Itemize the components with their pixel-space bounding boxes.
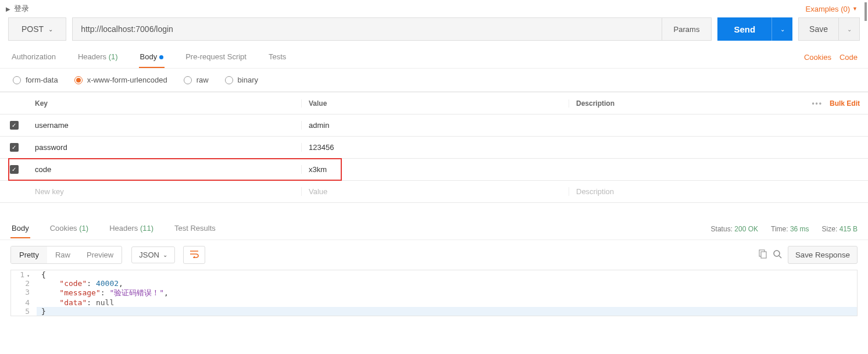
value-cell[interactable]: 123456 — [301, 143, 569, 152]
table-row: ✓ password 123456 — [0, 137, 868, 159]
collapse-icon: ▶ — [6, 6, 10, 12]
radio-icon — [13, 76, 21, 84]
copy-icon[interactable] — [758, 249, 767, 261]
save-dropdown[interactable]: ⌄ — [839, 17, 860, 41]
request-title: 登录 — [14, 3, 29, 14]
resp-tab-testresults[interactable]: Test Results — [173, 219, 217, 238]
key-cell[interactable]: code — [28, 165, 301, 174]
checkbox[interactable]: ✓ — [10, 143, 19, 152]
tab-prerequest[interactable]: Pre-request Script — [184, 47, 248, 68]
tab-tests[interactable]: Tests — [267, 47, 287, 68]
time-label: Time: 36 ms — [771, 225, 809, 233]
status-label: Status: 200 OK — [711, 225, 758, 233]
radio-icon — [184, 76, 192, 84]
value-cell[interactable]: x3km — [301, 165, 569, 174]
table-row: ✓ code x3km — [0, 159, 868, 181]
col-value: Value — [301, 99, 569, 108]
radio-icon — [74, 76, 83, 84]
col-description: Description — [569, 99, 798, 108]
radio-icon — [225, 76, 233, 84]
value-cell[interactable]: admin — [301, 121, 569, 130]
chevron-down-icon: ⌄ — [48, 26, 53, 33]
response-body-editor[interactable]: 1{ 2 "code": 40002, 3 "message": "验证码错误！… — [10, 270, 858, 316]
url-input[interactable]: http://localhost:7006/login — [72, 17, 662, 41]
tab-authorization[interactable]: Authorization — [10, 47, 57, 68]
checkbox[interactable]: ✓ — [10, 121, 19, 130]
view-pretty[interactable]: Pretty — [11, 246, 47, 263]
svg-line-3 — [779, 256, 781, 258]
chevron-down-icon: ⌄ — [163, 252, 167, 258]
resp-tab-cookies[interactable]: Cookies (1) — [49, 219, 90, 238]
tab-headers[interactable]: Headers (1) — [77, 47, 119, 68]
svg-point-2 — [774, 251, 780, 256]
bulk-edit-link[interactable]: Bulk Edit — [830, 99, 860, 108]
radio-binary[interactable]: binary — [225, 76, 258, 84]
resp-tab-body[interactable]: Body — [10, 219, 30, 238]
size-label: Size: 415 B — [822, 225, 858, 233]
resp-tab-headers[interactable]: Headers (11) — [108, 219, 155, 238]
checkbox[interactable]: ✓ — [10, 165, 19, 174]
request-name[interactable]: ▶ 登录 — [6, 3, 29, 14]
radio-urlencoded[interactable]: x-www-form-urlencoded — [74, 76, 167, 84]
save-response-button[interactable]: Save Response — [788, 246, 858, 264]
wrap-button[interactable] — [183, 246, 205, 264]
value-input[interactable]: Value — [301, 187, 569, 196]
desc-input[interactable]: Description — [569, 187, 798, 196]
view-raw[interactable]: Raw — [47, 246, 78, 263]
table-row-new: New key Value Description — [0, 181, 868, 203]
svg-rect-1 — [761, 252, 766, 258]
send-button[interactable]: Send — [717, 17, 771, 41]
method-select[interactable]: POST ⌄ — [8, 17, 66, 41]
radio-form-data[interactable]: form-data — [13, 76, 58, 84]
send-dropdown[interactable]: ⌄ — [771, 17, 792, 41]
chevron-down-icon: ⌄ — [780, 26, 785, 33]
search-icon[interactable] — [773, 249, 782, 261]
key-cell[interactable]: username — [28, 121, 301, 130]
key-input[interactable]: New key — [28, 187, 301, 196]
tab-body[interactable]: Body — [139, 47, 165, 68]
key-cell[interactable]: password — [28, 143, 301, 152]
more-icon[interactable]: ••• — [812, 99, 823, 108]
radio-raw[interactable]: raw — [184, 76, 209, 84]
chevron-down-icon: ▼ — [852, 6, 858, 12]
unsaved-dot-icon — [159, 55, 163, 59]
format-select[interactable]: JSON ⌄ — [131, 246, 175, 263]
wrap-icon — [190, 250, 199, 258]
table-row: ✓ username admin — [0, 115, 868, 137]
examples-dropdown[interactable]: Examples (0) ▼ — [806, 5, 858, 13]
save-button[interactable]: Save — [798, 17, 839, 41]
code-link[interactable]: Code — [840, 53, 858, 62]
cookies-link[interactable]: Cookies — [804, 53, 831, 62]
params-button[interactable]: Params — [662, 17, 712, 41]
view-preview[interactable]: Preview — [78, 246, 122, 263]
chevron-down-icon: ⌄ — [847, 26, 852, 33]
col-key: Key — [28, 99, 301, 108]
scrollbar[interactable] — [865, 2, 867, 21]
